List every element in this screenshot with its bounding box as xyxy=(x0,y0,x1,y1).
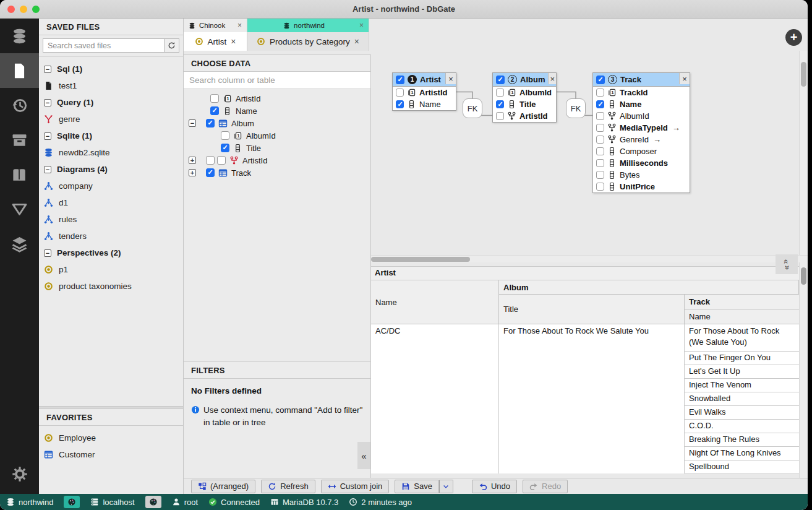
diagram-column-row[interactable]: ArtistId xyxy=(393,87,456,98)
fk-relation-badge[interactable]: FK xyxy=(463,98,482,118)
page-down-icon[interactable]: « xyxy=(784,265,789,269)
db-tab-chinook[interactable]: Chinook× xyxy=(184,19,247,32)
diagram-column-row[interactable]: Milliseconds xyxy=(593,157,690,169)
status-connection[interactable]: Connected xyxy=(208,498,260,507)
close-icon[interactable]: × xyxy=(548,73,556,84)
diagram-column-row[interactable]: Title xyxy=(493,98,556,110)
reference-arrow-icon[interactable]: → xyxy=(672,123,680,132)
status-database[interactable]: northwind xyxy=(6,498,53,507)
diagram-column-row[interactable]: AlbumId xyxy=(493,87,556,98)
arranged-button[interactable]: (Arranged) xyxy=(191,480,255,493)
saved-group-sql[interactable]: −Sql (1) xyxy=(39,61,183,77)
checkbox-unchecked[interactable] xyxy=(596,171,604,179)
diagram-column-row[interactable]: MediaTypeId→ xyxy=(593,122,690,134)
tree-row-title[interactable]: Title xyxy=(184,142,370,154)
connection-color-badge[interactable] xyxy=(145,496,161,508)
checkbox-unchecked[interactable] xyxy=(596,124,604,132)
page-up-icon[interactable]: « xyxy=(784,259,789,263)
collapse-icon[interactable]: − xyxy=(44,132,51,140)
grid-column-header-track-name[interactable]: Name xyxy=(685,309,799,324)
column-search-input[interactable] xyxy=(184,72,370,89)
diagram-table-track[interactable]: 3Track× TrackId Name AlbumId MediaTypeId… xyxy=(592,72,690,193)
grid-cell-track[interactable]: Night Of The Long Knives xyxy=(685,447,799,460)
close-icon[interactable]: × xyxy=(359,21,364,30)
diagram-table-album[interactable]: 2Album× AlbumId Title ArtistId xyxy=(492,72,557,123)
checkbox-checked[interactable] xyxy=(596,100,604,108)
close-icon[interactable]: × xyxy=(231,37,236,46)
rail-layers-icon[interactable] xyxy=(0,227,39,261)
rail-database-icon[interactable] xyxy=(0,19,39,53)
expand-icon[interactable]: + xyxy=(189,169,196,176)
grid-group-header-album[interactable]: Album xyxy=(499,280,799,295)
fk-relation-badge[interactable]: FK xyxy=(566,98,586,118)
tree-row-albumid[interactable]: AlbumId xyxy=(184,129,370,142)
close-icon[interactable]: × xyxy=(445,73,456,84)
collapse-icon[interactable]: − xyxy=(189,119,196,127)
grid-cell-track[interactable]: Snowballed xyxy=(685,392,799,406)
close-icon[interactable]: × xyxy=(237,21,242,30)
zoom-in-plus-icon[interactable]: + xyxy=(785,29,802,46)
checkbox-unchecked[interactable] xyxy=(206,156,215,165)
refresh-files-icon[interactable] xyxy=(165,38,179,53)
tree-row-artistid-fk[interactable]: +ArtistId xyxy=(184,154,370,166)
rail-files-icon[interactable] xyxy=(0,53,39,88)
refresh-button[interactable]: Refresh xyxy=(261,480,315,493)
saved-files-search-input[interactable] xyxy=(43,38,165,53)
checkbox-checked[interactable] xyxy=(206,119,215,127)
grid-root-header[interactable]: Artist xyxy=(371,267,799,280)
status-server-version[interactable]: MariaDB 10.7.3 xyxy=(270,498,338,507)
diagram-column-row[interactable]: UnitPrice xyxy=(593,181,690,192)
grid-cell-track[interactable]: Spellbound xyxy=(685,460,799,474)
checkbox-checked[interactable] xyxy=(206,168,215,177)
save-dropdown-button[interactable] xyxy=(439,480,453,493)
undo-button[interactable]: Undo xyxy=(472,480,517,493)
diagram-column-row[interactable]: Bytes xyxy=(593,169,690,181)
checkbox-checked[interactable] xyxy=(210,106,219,115)
collapse-icon[interactable]: − xyxy=(44,66,51,73)
checkbox-checked[interactable] xyxy=(396,100,404,108)
checkbox-unchecked[interactable] xyxy=(217,156,226,165)
favorite-customer[interactable]: Customer xyxy=(39,446,183,463)
close-icon[interactable]: × xyxy=(354,37,359,46)
tree-row-track[interactable]: +Track xyxy=(184,166,370,179)
scrollbar-thumb[interactable] xyxy=(371,257,470,262)
settings-gear-icon[interactable] xyxy=(0,459,39,489)
custom-join-button[interactable]: Custom join xyxy=(321,480,390,493)
grid-cell-album-title[interactable]: For Those About To Rock We Salute You xyxy=(499,324,685,473)
diagram-table-artist[interactable]: 1Artist× ArtistId Name xyxy=(392,72,456,111)
grid-column-header-title[interactable]: Title xyxy=(499,295,685,324)
grid-cell-track[interactable]: C.O.D. xyxy=(685,420,799,433)
saved-item-tenders[interactable]: tenders xyxy=(39,228,183,244)
collapse-panel-icon[interactable]: « xyxy=(357,442,370,469)
checkbox-unchecked[interactable] xyxy=(496,89,504,97)
saved-item-company[interactable]: company xyxy=(39,178,183,194)
status-user[interactable]: root xyxy=(172,498,198,507)
saved-item-genre[interactable]: genre xyxy=(39,111,183,127)
diagram-column-row[interactable]: Name xyxy=(593,98,690,110)
rail-archive-icon[interactable] xyxy=(0,123,39,157)
checkbox-unchecked[interactable] xyxy=(596,112,604,120)
favorite-employee[interactable]: Employee xyxy=(39,430,183,446)
grid-vertical-scrollbar[interactable] xyxy=(799,262,808,478)
grid-group-header-track[interactable]: Track xyxy=(685,295,799,309)
redo-button[interactable]: Redo xyxy=(523,480,568,493)
diagram-vertical-scrollbar[interactable] xyxy=(799,51,808,255)
grid-cell-track[interactable]: Let's Get It Up xyxy=(685,365,799,379)
saved-group-query[interactable]: −Query (1) xyxy=(39,94,183,111)
saved-group-diagrams[interactable]: −Diagrams (4) xyxy=(39,161,183,178)
rail-history-icon[interactable] xyxy=(0,88,39,123)
checkbox-unchecked[interactable] xyxy=(596,89,604,97)
db-tab-northwind[interactable]: northwind× xyxy=(247,19,369,32)
checkbox-unchecked[interactable] xyxy=(396,89,404,97)
grid-cell-track[interactable]: Evil Walks xyxy=(685,406,799,420)
checkbox-checked[interactable] xyxy=(496,76,505,84)
checkbox-unchecked[interactable] xyxy=(496,112,504,120)
grid-horizontal-scrollbar[interactable] xyxy=(371,255,808,262)
diagram-canvas[interactable]: 1Artist× ArtistId Name 2Album× AlbumId T… xyxy=(371,51,808,255)
grid-column-header-name[interactable]: Name xyxy=(371,280,499,324)
collapse-icon[interactable]: − xyxy=(44,99,51,106)
collapse-icon[interactable]: − xyxy=(44,249,51,257)
diagram-column-row[interactable]: TrackId xyxy=(593,87,690,98)
save-button[interactable]: Save xyxy=(395,480,439,493)
checkbox-unchecked[interactable] xyxy=(596,136,604,144)
